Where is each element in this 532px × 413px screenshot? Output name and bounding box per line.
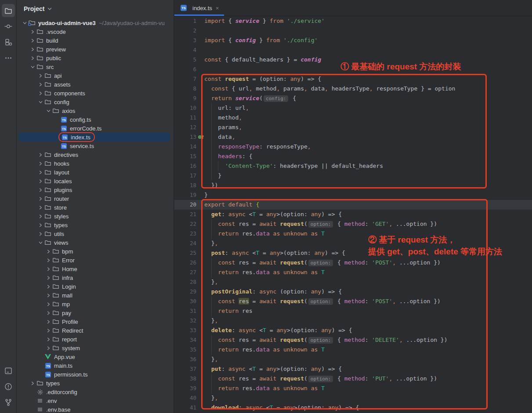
chevron-right-icon[interactable] xyxy=(37,230,44,237)
tree-item-build[interactable]: build xyxy=(17,36,174,45)
code-line-12[interactable]: 12 params, xyxy=(174,123,532,132)
line-number[interactable]: 35 xyxy=(174,345,196,355)
line-number[interactable]: 10 xyxy=(174,103,196,113)
chevron-down-icon[interactable] xyxy=(21,19,28,26)
line-number[interactable]: 29 xyxy=(174,287,196,297)
code-line-40[interactable]: 40 }, xyxy=(174,393,532,403)
line-number[interactable]: 24 xyxy=(174,239,196,248)
tree-item-assets[interactable]: assets xyxy=(17,80,174,89)
code-line-23[interactable]: 23 return res.data as unknown as T xyxy=(174,229,532,239)
code-line-3[interactable]: 3import { config } from './config' xyxy=(174,36,532,45)
chevron-right-icon[interactable] xyxy=(29,28,36,35)
version-control-icon[interactable] xyxy=(2,396,15,409)
chevron-right-icon[interactable] xyxy=(45,344,52,351)
chevron-right-icon[interactable] xyxy=(37,186,44,193)
tree-item-axios[interactable]: axios xyxy=(17,106,174,115)
code-line-25[interactable]: 25 post: async <T = any>(option: any) =>… xyxy=(174,248,532,258)
line-number[interactable]: 20 xyxy=(174,200,196,210)
chevron-down-icon[interactable] xyxy=(45,107,52,114)
line-number[interactable]: 9 xyxy=(174,94,196,103)
chevron-right-icon[interactable] xyxy=(29,46,36,53)
line-number[interactable]: 28 xyxy=(174,277,196,287)
chevron-right-icon[interactable] xyxy=(37,213,44,220)
line-number[interactable]: 21 xyxy=(174,210,196,219)
tab-index-ts[interactable]: TS index.ts × xyxy=(174,0,224,16)
chevron-right-icon[interactable] xyxy=(45,292,52,299)
structure-icon[interactable] xyxy=(2,36,15,49)
tree-item-hooks[interactable]: hooks xyxy=(17,159,174,168)
code-line-11[interactable]: 11 method, xyxy=(174,113,532,123)
tree-item-src[interactable]: src xyxy=(17,62,174,71)
code-line-8[interactable]: 8 const { url, method, params, data, hea… xyxy=(174,84,532,94)
tree-item-.env.base[interactable]: .env.base xyxy=(17,405,174,413)
tree-item-.env[interactable]: .env xyxy=(17,396,174,405)
line-number[interactable]: 37 xyxy=(174,364,196,374)
code-line-17[interactable]: 17 } xyxy=(174,171,532,181)
code-line-35[interactable]: 35 return res.data as unknown as T xyxy=(174,345,532,355)
commit-icon[interactable] xyxy=(2,20,15,33)
code-line-19[interactable]: 19} xyxy=(174,190,532,200)
tree-item-mp[interactable]: mp xyxy=(17,300,174,308)
line-number[interactable]: 4 xyxy=(174,45,196,55)
line-number[interactable]: 11 xyxy=(174,113,196,123)
line-number[interactable]: 40 xyxy=(174,393,196,403)
code-line-21[interactable]: 21 get: async <T = any>(option: any) => … xyxy=(174,210,532,219)
code-line-1[interactable]: 1import { service } from './service' xyxy=(174,16,532,26)
tree-item-directives[interactable]: directives xyxy=(17,150,174,159)
line-number[interactable]: 2 xyxy=(174,26,196,36)
tree-item-infra[interactable]: infra xyxy=(17,273,174,282)
chevron-right-icon[interactable] xyxy=(45,265,52,272)
tree-item-main.ts[interactable]: TSmain.ts xyxy=(17,361,174,370)
line-number[interactable]: 16 xyxy=(174,161,196,171)
chevron-down-icon[interactable] xyxy=(29,63,36,70)
line-number[interactable]: 5 xyxy=(174,55,196,65)
chevron-right-icon[interactable] xyxy=(45,301,52,308)
terminal-icon[interactable] xyxy=(2,364,15,377)
line-number[interactable]: 14 xyxy=(174,142,196,152)
tree-item-components[interactable]: components xyxy=(17,89,174,98)
tree-item-app.vue[interactable]: App.vue xyxy=(17,352,174,361)
tree-item-home[interactable]: Home xyxy=(17,264,174,273)
tree-item-login[interactable]: Login xyxy=(17,282,174,291)
chevron-right-icon[interactable] xyxy=(37,221,44,228)
line-number[interactable]: 25 xyxy=(174,248,196,258)
line-number[interactable]: 17 xyxy=(174,171,196,181)
code-line-7[interactable]: 7const request = (option: any) => { xyxy=(174,74,532,84)
code-line-37[interactable]: 37 put: async <T = any>(option: any) => … xyxy=(174,364,532,374)
line-number[interactable]: 19 xyxy=(174,190,196,200)
problems-icon[interactable] xyxy=(2,380,15,393)
code-line-31[interactable]: 31 return res xyxy=(174,306,532,316)
code-line-38[interactable]: 38 const res = await request(option: { m… xyxy=(174,374,532,384)
tree-item-router[interactable]: router xyxy=(17,194,174,203)
chevron-right-icon[interactable] xyxy=(37,81,44,88)
code-line-27[interactable]: 27 return res.data as unknown as T xyxy=(174,268,532,277)
chevron-down-icon[interactable] xyxy=(37,98,44,105)
line-number[interactable]: 3 xyxy=(174,36,196,45)
line-number[interactable]: 6 xyxy=(174,65,196,74)
chevron-right-icon[interactable] xyxy=(45,274,52,281)
tree-item-errorcode.ts[interactable]: TSerrorCode.ts xyxy=(17,124,174,133)
line-number[interactable]: 18 xyxy=(174,181,196,190)
tree-item-preview[interactable]: preview xyxy=(17,45,174,54)
line-number[interactable]: 1 xyxy=(174,16,196,26)
tree-item-types[interactable]: types xyxy=(17,221,174,229)
tree-item-root[interactable]: yudao-ui-admin-vue3~/Java/yudao-ui-admin… xyxy=(17,18,174,27)
chevron-down-icon[interactable] xyxy=(37,239,44,246)
tree-item-config.ts[interactable]: TSconfig.ts xyxy=(17,115,174,124)
line-number[interactable]: 26 xyxy=(174,258,196,268)
code-line-30[interactable]: 30 const res = await request(option: { m… xyxy=(174,297,532,306)
tree-item-pay[interactable]: pay xyxy=(17,308,174,317)
tree-item-layout[interactable]: layout xyxy=(17,168,174,177)
line-number[interactable]: 12 xyxy=(174,123,196,132)
code-line-13[interactable]: 13! data, xyxy=(174,132,532,142)
tree-item-config[interactable]: config xyxy=(17,98,174,106)
line-number[interactable]: 27 xyxy=(174,268,196,277)
code-line-5[interactable]: 5const { default_headers } = config xyxy=(174,55,532,65)
code-line-24[interactable]: 24 }, xyxy=(174,239,532,248)
code-line-36[interactable]: 36 }, xyxy=(174,355,532,364)
tree-item-locales[interactable]: locales xyxy=(17,177,174,185)
line-number[interactable]: 31 xyxy=(174,306,196,316)
tree-item-service.ts[interactable]: TSservice.ts xyxy=(17,141,174,150)
tree-item-.editorconfig[interactable]: .editorconfig xyxy=(17,388,174,396)
chevron-right-icon[interactable] xyxy=(37,72,44,79)
